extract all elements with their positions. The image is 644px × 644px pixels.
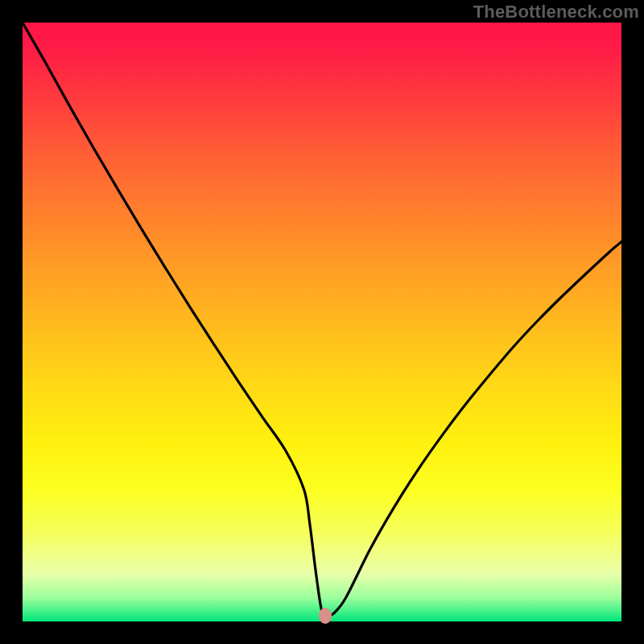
curve-svg — [23, 23, 621, 621]
plot-area — [23, 23, 621, 621]
chart-frame: TheBottleneck.com — [0, 0, 644, 644]
curve-minimum-marker — [319, 608, 332, 624]
watermark-text: TheBottleneck.com — [473, 2, 639, 23]
bottleneck-curve — [23, 23, 621, 616]
